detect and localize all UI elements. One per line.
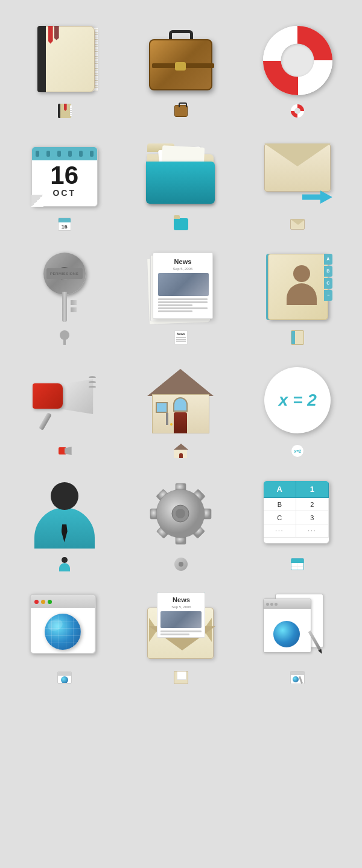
browser-small-graphic [57, 671, 72, 684]
newspaper-page1: News Sep 5, 2006 [153, 253, 213, 319]
notebook-bookmark1 [48, 26, 53, 44]
ws-dot2 [270, 603, 273, 606]
svg-point-10 [176, 509, 185, 518]
notebook-icon-large [28, 24, 101, 96]
megaphone-icon-large [28, 364, 101, 436]
person-small-graphic [59, 557, 71, 571]
browser-small-globe [61, 676, 68, 684]
browser-close-dot [34, 600, 39, 604]
house-door [174, 412, 187, 433]
calendar-header [32, 147, 97, 160]
globe-grid [45, 614, 81, 650]
suitcase-small-graphic [174, 105, 188, 117]
addressbook-icon-small [289, 329, 306, 346]
gear-small-graphic [174, 558, 188, 571]
megaphone-wave3 [89, 386, 96, 388]
news-line2 [158, 301, 208, 303]
browser-titlebar [31, 595, 95, 608]
calendar-cell: 16 OCT 16 [6, 125, 122, 239]
dt-cell-3: 3 [296, 511, 329, 524]
news-envelope-lines [160, 631, 202, 635]
person-body [34, 508, 95, 549]
browser-max-dot [48, 600, 52, 604]
gear-icon-large [145, 477, 217, 550]
suitcase-lock [175, 62, 186, 71]
news-envelope-icon-small [173, 669, 189, 686]
suitcase-icon-large [145, 24, 217, 96]
browser-content [31, 608, 95, 654]
house-icon-small [173, 442, 189, 459]
calendar-graphic: 16 OCT [31, 140, 98, 207]
megaphone-cell [6, 352, 122, 465]
dt-cell-b: B [264, 498, 296, 511]
addressbook-icon-large: A B C ··· [261, 251, 334, 323]
addressbook-graphic: A B C ··· [263, 253, 332, 322]
dt-header-a: A [264, 481, 296, 497]
datatable-container: A 1 B 2 C 3 ··· ··· [263, 480, 329, 544]
house-graphic [146, 366, 215, 435]
folder-icon-small [173, 216, 189, 233]
megaphone-small-graphic [57, 445, 72, 457]
email-small-graphic [290, 219, 305, 230]
notebook-bookmark2 [54, 26, 59, 40]
news-small-lines [176, 337, 186, 342]
calendar-icon-small: 16 [56, 216, 73, 233]
news-cell: News Sep 5, 2006 News [122, 239, 239, 352]
news-line1 [158, 298, 208, 300]
notebook-small-bookmark [64, 104, 67, 111]
gear-svg [149, 482, 212, 546]
folder-front [146, 162, 215, 204]
permissions-cell: PERMISSIONS [6, 239, 122, 352]
calendar-ring2 [46, 151, 50, 157]
browser-min-dot [41, 600, 45, 604]
newspaper-graphic: News Sep 5, 2006 [148, 253, 214, 322]
notebook-small-graphic [58, 104, 71, 118]
key-shaft [62, 292, 67, 322]
ab-body [268, 254, 328, 320]
news-small-line3 [176, 341, 186, 342]
ne-line2 [160, 634, 189, 635]
email-reply-cell [240, 125, 356, 239]
ab-tab-c: C [324, 278, 332, 289]
websc-small-graphic [290, 671, 305, 684]
table-small-row2 [291, 567, 303, 570]
ab-tab-b: B [324, 266, 332, 277]
equation-icon-large: x = 2 [261, 364, 334, 436]
newspaper-date: Sep 5, 2006 [158, 267, 208, 271]
suitcase-cell [122, 12, 239, 125]
ab-small-graphic [291, 330, 304, 345]
envelope-arrow [302, 190, 332, 204]
web-shortcut-icon-large [261, 591, 334, 663]
suitcase-body [149, 39, 212, 90]
browser-cell [6, 579, 122, 692]
table-small-graphic [291, 558, 304, 570]
house-window-round [173, 397, 188, 412]
lifesaver-inner [281, 44, 314, 77]
news-envelope-paper: News Sep 5, 2006 [157, 593, 205, 638]
news-envelope-date: Sep 5, 2006 [160, 605, 202, 609]
calendar-ring1 [36, 151, 39, 157]
equation-graphic: x = 2 [263, 366, 332, 435]
calendar-icon-large: 16 OCT [28, 137, 101, 210]
notebook-spine [37, 26, 46, 92]
ws-dot1 [266, 603, 269, 606]
person-graphic [31, 479, 98, 549]
megaphone-wave2 [89, 381, 96, 383]
dt-cell-2: 2 [296, 498, 329, 511]
news-line4 [158, 307, 208, 309]
browser-graphic [30, 594, 99, 660]
ab-person-head [293, 265, 310, 282]
key-tooth2 [71, 307, 77, 312]
house-small-roof [174, 444, 188, 450]
datatable-icon-small [289, 556, 306, 573]
news-env-small-paper [177, 671, 186, 680]
key-small-graphic [59, 330, 71, 345]
house-lamp [166, 413, 168, 425]
notebook-cell [6, 12, 122, 125]
table-small-header [291, 559, 303, 563]
news-icon-large: News Sep 5, 2006 [145, 251, 217, 323]
email-reply-icon-large [261, 137, 334, 210]
ab-tab-a: A [324, 254, 332, 265]
globe-graphic [45, 614, 81, 650]
house-cell [122, 352, 239, 465]
